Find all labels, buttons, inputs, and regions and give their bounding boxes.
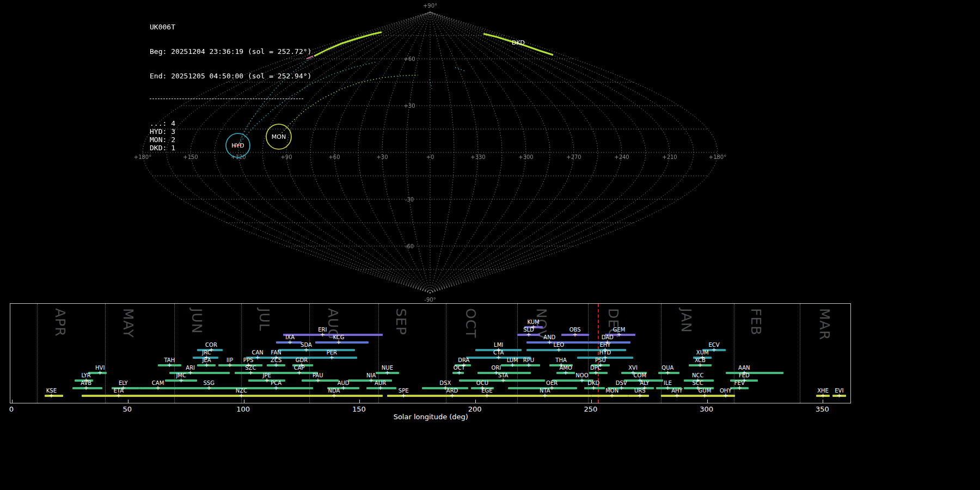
- x-axis-tick-label: 250: [584, 405, 598, 413]
- activity-timeline-panel: APRMAYJUNJULAUGSEPOCTNOVDECJANFEBMARKUM+…: [10, 303, 851, 403]
- shower-peak-marker: +: [401, 393, 406, 399]
- month-label: MAR: [817, 308, 832, 340]
- shower-peak-marker: +: [329, 354, 334, 360]
- shower-peak-marker: +: [665, 385, 670, 391]
- shower-peak-marker: +: [385, 370, 390, 376]
- shower-peak-marker: +: [206, 385, 211, 391]
- shower-peak-marker: +: [457, 370, 462, 376]
- shower-peak-marker: +: [274, 362, 279, 368]
- observation-info: UK006T Beg: 20251204 23:36:19 (sol = 252…: [150, 7, 311, 168]
- x-axis-tick: [823, 400, 823, 403]
- shower-peak-marker: +: [564, 370, 568, 376]
- header-separator: [150, 99, 303, 99]
- shower-peak-marker: +: [485, 393, 489, 399]
- shower-peak-marker: +: [188, 370, 193, 376]
- x-axis-tick: [591, 400, 592, 403]
- shower-peak-marker: +: [697, 362, 702, 368]
- shower-peak-marker: +: [297, 370, 302, 376]
- shower-bar: [283, 357, 357, 359]
- month-label: OCT: [463, 308, 479, 338]
- x-axis-tick: [244, 400, 244, 403]
- obs-end-line: End: 20251205 04:50:00 (sol = 252.94°): [150, 72, 311, 80]
- x-axis-tick-label: 300: [700, 405, 713, 413]
- shower-bar: [278, 349, 354, 351]
- month-label: MAY: [120, 308, 136, 338]
- shower-peak-marker: +: [167, 362, 172, 368]
- shower-bar: [726, 372, 783, 374]
- shower-peak-marker: +: [547, 339, 552, 345]
- month-gridline: [800, 304, 800, 403]
- radiant-plot-app: UK006T Beg: 20251204 23:36:19 (sol = 252…: [0, 0, 980, 490]
- shower-peak-marker: +: [287, 339, 292, 345]
- shower-peak-marker: +: [820, 393, 825, 399]
- shower-peak-marker: +: [665, 370, 670, 376]
- shower-count-line: ...: 4: [150, 119, 311, 127]
- shower-peak-marker: +: [248, 370, 253, 376]
- shower-peak-marker: +: [510, 362, 515, 368]
- shower-peak-marker: +: [320, 332, 325, 338]
- shower-peak-marker: +: [526, 362, 531, 368]
- shower-count-line: DKD: 1: [150, 144, 311, 152]
- x-axis-tick: [707, 400, 708, 403]
- month-label: JUN: [189, 308, 205, 334]
- shower-peak-marker: +: [204, 362, 209, 368]
- month-label: APR: [52, 308, 68, 337]
- month-label: SEP: [393, 308, 409, 335]
- shower-peak-marker: +: [239, 393, 244, 399]
- shower-peak-marker: +: [274, 385, 279, 391]
- shower-bar: [297, 395, 382, 397]
- shower-peak-marker: +: [49, 393, 54, 399]
- x-axis-tick-label: 350: [816, 405, 829, 413]
- shower-peak-marker: +: [610, 393, 615, 399]
- shower-peak-marker: +: [591, 385, 596, 391]
- station-id: UK006T: [150, 23, 311, 31]
- shower-peak-marker: +: [579, 377, 584, 383]
- month-gridline: [37, 304, 38, 403]
- x-axis-tick: [359, 400, 360, 403]
- shower-peak-marker: +: [702, 393, 707, 399]
- shower-peak-marker: +: [315, 377, 320, 383]
- sky-map-canvas: [0, 0, 980, 303]
- x-axis-tick-label: 150: [352, 405, 366, 413]
- shower-peak-marker: +: [712, 347, 716, 353]
- x-axis-tick-label: 50: [123, 405, 132, 413]
- shower-peak-marker: +: [155, 385, 160, 391]
- shower-peak-marker: +: [341, 385, 346, 391]
- shower-peak-marker: +: [496, 354, 501, 360]
- x-axis-tick-label: 0: [9, 405, 14, 413]
- shower-peak-marker: +: [255, 354, 260, 360]
- shower-peak-marker: +: [616, 332, 621, 338]
- shower-peak-marker: +: [179, 377, 183, 383]
- shower-peak-marker: +: [304, 347, 309, 353]
- shower-count-list: ...: 4HYD: 3MON: 2DKD: 1: [150, 119, 311, 152]
- shower-bar: [508, 395, 591, 397]
- shower-peak-marker: +: [573, 332, 578, 338]
- shower-bar: [315, 341, 369, 344]
- shower-peak-marker: +: [675, 393, 679, 399]
- shower-bar: [272, 372, 318, 374]
- x-axis-tick: [12, 400, 13, 403]
- month-label: JUL: [256, 308, 272, 332]
- shower-bar: [387, 395, 436, 397]
- shower-peak-marker: +: [556, 347, 561, 353]
- shower-peak-marker: +: [265, 377, 270, 383]
- shower-peak-marker: +: [84, 385, 89, 391]
- x-axis-label: Solar longitude (deg): [394, 413, 468, 421]
- obs-begin-line: Beg: 20251204 23:36:19 (sol = 252.72°): [150, 47, 311, 56]
- shower-peak-marker: +: [501, 377, 506, 383]
- x-axis-tick-label: 100: [236, 405, 250, 413]
- shower-peak-marker: +: [332, 393, 336, 399]
- month-label: FEB: [748, 308, 764, 335]
- shower-peak-marker: +: [723, 393, 728, 399]
- shower-peak-marker: +: [227, 362, 232, 368]
- x-axis-tick: [475, 400, 476, 403]
- month-gridline: [105, 304, 106, 403]
- shower-count-line: MON: 2: [150, 136, 311, 144]
- shower-peak-marker: +: [593, 370, 598, 376]
- shower-peak-marker: +: [97, 370, 102, 376]
- shower-peak-marker: +: [837, 393, 842, 399]
- shower-count-line: HYD: 3: [150, 127, 311, 136]
- shower-peak-marker: +: [526, 332, 531, 338]
- shower-peak-marker: +: [369, 377, 373, 383]
- shower-peak-marker: +: [336, 339, 341, 345]
